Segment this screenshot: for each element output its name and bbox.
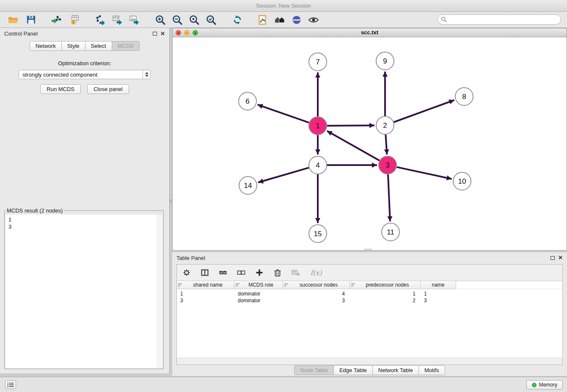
add-row-button[interactable]	[254, 267, 265, 278]
edge-3-11[interactable]	[388, 174, 390, 221]
zoom-in-button[interactable]	[153, 13, 168, 27]
table-panel-title: Table Panel	[176, 255, 550, 261]
tab-edge-table[interactable]: Edge Table	[333, 365, 373, 375]
show-details-button[interactable]	[306, 13, 321, 27]
zoom-fit-button[interactable]	[187, 13, 201, 27]
new-network-from-selection-button[interactable]	[256, 13, 270, 27]
window-zoom-icon[interactable]: +	[193, 30, 198, 36]
zoom-out-button[interactable]	[170, 13, 184, 27]
export-image-button[interactable]	[127, 13, 141, 27]
column-header-name[interactable]: name	[421, 281, 456, 289]
node-11[interactable]: 11	[382, 223, 399, 241]
import-network-button[interactable]	[49, 13, 63, 27]
function-builder-button[interactable]: f(x)	[308, 267, 324, 278]
table-row[interactable]: 1 dominator 4 1 1	[177, 290, 562, 297]
float-panel-icon[interactable]	[153, 32, 157, 36]
apply-layout-button[interactable]	[230, 13, 245, 27]
close-panel-button[interactable]: Close panel	[87, 84, 129, 94]
delete-row-button[interactable]	[272, 267, 283, 278]
tab-style[interactable]: Style	[61, 41, 85, 51]
table-cell[interactable]: 1	[421, 291, 456, 297]
edge-1-6[interactable]	[258, 105, 309, 123]
node-4[interactable]: 4	[309, 156, 327, 174]
node-14[interactable]: 14	[239, 177, 257, 194]
search-input[interactable]	[438, 14, 561, 25]
node-15[interactable]: 15	[309, 225, 327, 243]
panel-splitter-grip[interactable]	[169, 194, 172, 208]
node-7[interactable]: 7	[309, 53, 327, 71]
mcds-result-title: MCDS result (2 nodes)	[6, 207, 64, 214]
table-cell[interactable]: 3	[177, 298, 234, 304]
open-session-button[interactable]	[6, 13, 20, 27]
import-table-button[interactable]	[67, 13, 81, 27]
column-header-predecessor-nodes[interactable]: predecessor nodes	[350, 281, 421, 289]
zoom-fit-icon	[189, 14, 200, 25]
column-header-successor-nodes[interactable]: successor nodes	[283, 281, 350, 289]
window-close-icon[interactable]: ×	[176, 30, 181, 36]
import-table-icon	[69, 14, 80, 25]
task-history-button[interactable]	[5, 381, 16, 389]
close-table-panel-icon[interactable]: ✕	[558, 255, 563, 260]
horizontal-splitter-grip[interactable]	[363, 248, 373, 251]
delete-table-button[interactable]	[290, 267, 301, 278]
window-title: Session: New Session	[256, 3, 311, 9]
table-cell[interactable]: 1	[350, 291, 421, 297]
node-3[interactable]: 3	[379, 156, 396, 174]
deselect-all-button[interactable]	[236, 267, 247, 278]
node-6[interactable]: 6	[239, 92, 256, 110]
table-cell[interactable]: 4	[283, 291, 350, 297]
table-cell[interactable]: dominator	[234, 291, 283, 297]
criterion-dropdown[interactable]: strongly connected component	[19, 70, 151, 79]
column-header-mcds-role[interactable]: MCDS role	[234, 281, 283, 289]
first-neighbors-button[interactable]	[272, 13, 287, 27]
tab-network-table[interactable]: Network Table	[372, 365, 419, 375]
network-window-title: scc.txt	[173, 28, 567, 37]
table-cell[interactable]: dominator	[234, 298, 283, 304]
network-window: × − + scc.txt 1234678910111415	[172, 28, 567, 251]
column-header-shared-name[interactable]: shared name	[177, 281, 234, 289]
memory-button[interactable]: Memory	[526, 380, 563, 389]
edge-3-10[interactable]	[397, 167, 452, 179]
save-session-button[interactable]	[24, 13, 38, 27]
tab-motifs[interactable]: Motifs	[418, 365, 445, 375]
table-cell[interactable]: 2	[350, 298, 421, 304]
close-panel-icon[interactable]: ✕	[160, 31, 165, 36]
tab-select[interactable]: Select	[85, 41, 112, 51]
float-table-panel-icon[interactable]	[550, 256, 555, 260]
style-badge-button[interactable]	[289, 13, 304, 27]
table-toolbar: f(x)	[177, 265, 562, 281]
node-1[interactable]: 1	[309, 117, 327, 135]
fx-icon: f(x)	[310, 269, 322, 277]
tab-node-table[interactable]: Node Table	[294, 365, 334, 375]
node-10[interactable]: 10	[453, 172, 471, 190]
table-row[interactable]: 3 dominator 3 2 3	[177, 297, 562, 304]
node-9[interactable]: 9	[376, 52, 394, 70]
table-container: f(x) shared name MCDS role successor nod…	[176, 264, 563, 365]
svg-text:7: 7	[316, 58, 319, 66]
network-canvas[interactable]: 1234678910111415	[172, 37, 567, 251]
export-network-button[interactable]	[93, 13, 107, 27]
network-graph[interactable]: 1234678910111415	[173, 37, 567, 250]
mcds-result-list[interactable]: 1 3	[6, 215, 162, 368]
table-cell[interactable]: 3	[283, 298, 350, 304]
run-mcds-button[interactable]: Run MCDS	[40, 84, 81, 94]
table-settings-button[interactable]	[181, 267, 192, 278]
zoom-selected-button[interactable]	[204, 13, 218, 27]
edge-1-2[interactable]	[327, 125, 374, 126]
table-cell[interactable]: 1	[177, 291, 234, 297]
zoom-in-icon	[155, 14, 166, 25]
edge-4-14[interactable]	[258, 168, 309, 182]
edge-3-1[interactable]	[327, 131, 380, 160]
show-columns-button[interactable]	[199, 267, 210, 278]
table-horizontal-scrollbar[interactable]	[177, 358, 562, 364]
node-2[interactable]: 2	[376, 116, 394, 134]
tab-network[interactable]: Network	[30, 41, 62, 51]
tab-mcds[interactable]: MCDS	[112, 41, 140, 51]
export-table-button[interactable]	[110, 13, 124, 27]
table-cell[interactable]: 3	[421, 298, 456, 304]
edge-2-3[interactable]	[385, 135, 387, 155]
edge-2-8[interactable]	[394, 100, 454, 122]
select-all-button[interactable]	[217, 267, 228, 278]
window-minimize-icon[interactable]: −	[184, 30, 190, 36]
node-8[interactable]: 8	[455, 88, 473, 105]
